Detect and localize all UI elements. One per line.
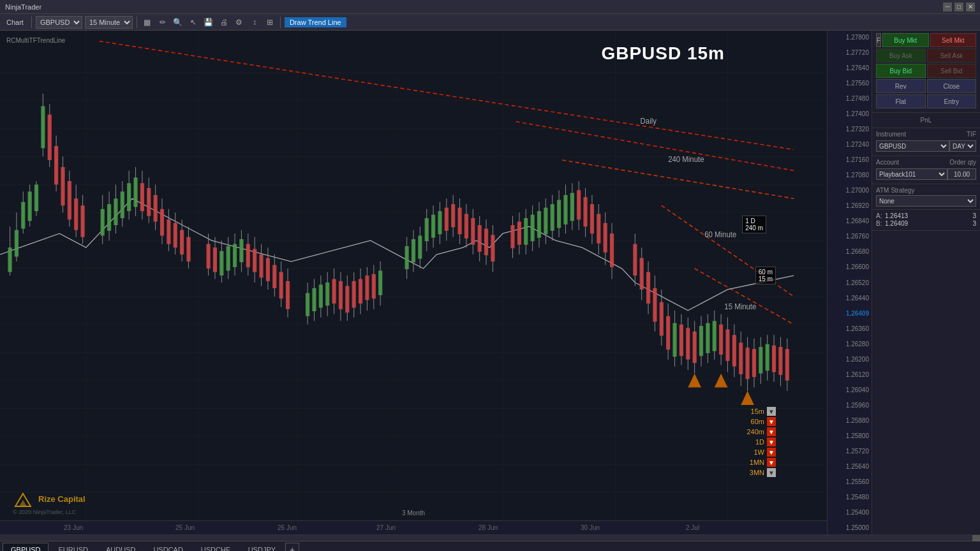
rev-button[interactable]: Rev	[876, 79, 926, 93]
f-button[interactable]: F	[876, 33, 881, 47]
ab-section: A: 1.26413 3 B: 1.26409 3	[872, 210, 980, 231]
draw-icon[interactable]: ✏	[156, 16, 169, 29]
svg-marker-242	[741, 391, 754, 405]
tab-gbpusd[interactable]: GBPUSD	[3, 543, 48, 552]
draw-trend-line-button[interactable]: Draw Trend Line	[285, 17, 346, 27]
rize-capital-logo	[13, 489, 33, 509]
candle-info-1: 1 D 240 m	[742, 216, 766, 233]
bar-chart-icon[interactable]: ▦	[141, 16, 154, 29]
svg-rect-175	[557, 200, 561, 228]
flat-button[interactable]: Flat	[876, 94, 926, 108]
svg-rect-65	[133, 177, 137, 207]
close-button[interactable]: Close	[927, 79, 977, 93]
svg-rect-145	[445, 208, 449, 231]
buy-mkt-button[interactable]: Buy Mkt	[882, 33, 928, 47]
tab-audusd[interactable]: AUDUSD	[98, 543, 144, 552]
svg-rect-105	[279, 272, 283, 299]
pnl-section: PnL	[872, 113, 980, 128]
svg-rect-187	[597, 214, 600, 243]
arrow-icon[interactable]: ↕	[248, 16, 261, 29]
b-row: B: 1.26409 3	[876, 220, 976, 227]
three-month-label: 3 Month	[402, 510, 425, 517]
account-dropdown[interactable]: Playback101	[876, 168, 947, 180]
price-1250: 1.25000	[828, 524, 872, 531]
account-section: Account Order qty Playback101	[872, 156, 980, 184]
svg-rect-225	[739, 342, 743, 374]
svg-rect-201	[660, 302, 664, 336]
close-button[interactable]: ✕	[966, 3, 975, 11]
price-12556: 1.25560	[828, 478, 872, 485]
settings-icon[interactable]: ⚙	[233, 16, 246, 29]
svg-rect-43	[48, 115, 52, 160]
buy-bid-button[interactable]: Buy Bid	[876, 64, 926, 78]
svg-rect-39	[34, 184, 38, 211]
price-1278: 1.27800	[828, 34, 872, 41]
chart-menu[interactable]: Chart	[3, 17, 27, 27]
price-12588: 1.25880	[828, 417, 872, 424]
mtf-row-240m: 240m ▼	[741, 427, 776, 436]
svg-rect-177	[563, 195, 567, 224]
price-12684: 1.26840	[828, 217, 872, 224]
b-label: B:	[876, 220, 882, 227]
print-icon[interactable]: 🖨	[218, 16, 230, 29]
add-tab-button[interactable]: +	[285, 543, 299, 552]
svg-text:Daily: Daily	[641, 117, 657, 125]
price-axis: 1.27800 1.27720 1.27640 1.27560 1.27480 …	[827, 31, 872, 534]
price-1258: 1.25800	[828, 432, 872, 439]
price-12604: 1.26040	[828, 386, 872, 393]
sell-bid-button[interactable]: Sell Bid	[927, 64, 977, 78]
flat-entry-row: Flat Entry	[876, 94, 976, 108]
svg-rect-183	[583, 197, 587, 226]
svg-line-25	[516, 122, 794, 171]
grid-icon[interactable]: ⊞	[264, 16, 276, 29]
svg-rect-237	[778, 347, 782, 375]
svg-rect-199	[653, 288, 657, 322]
svg-rect-85	[213, 247, 217, 272]
svg-rect-207	[679, 325, 683, 356]
chart-area[interactable]: RCMultiTFTrendLine GBPUSD 15m	[0, 31, 827, 534]
sell-mkt-button[interactable]: Sell Mkt	[930, 33, 976, 47]
maximize-button[interactable]: □	[954, 3, 963, 11]
mtf-label-1mn: 1MN	[741, 459, 764, 466]
svg-rect-115	[325, 283, 329, 305]
tab-usdchf[interactable]: USDCHF	[193, 543, 239, 552]
mtf-arrow-1mn: ▼	[767, 458, 776, 467]
svg-rect-81	[186, 237, 190, 261]
sep3	[280, 17, 281, 28]
instrument-select[interactable]: GBPUSD	[36, 16, 82, 29]
svg-rect-147	[451, 204, 455, 227]
chart-scrollbar[interactable]	[0, 534, 980, 541]
tif-dropdown[interactable]: DAY	[949, 140, 976, 152]
minimize-button[interactable]: ─	[943, 3, 952, 11]
toolbar: Chart GBPUSD 15 Minute ▦ ✏ 🔍 ↖ 💾 🖨 ⚙ ↕ ⊞…	[0, 14, 980, 31]
save-icon[interactable]: 💾	[202, 16, 215, 29]
buy-ask-button[interactable]: Buy Ask	[876, 48, 926, 62]
svg-rect-181	[577, 190, 581, 219]
svg-rect-67	[140, 183, 144, 211]
svg-rect-35	[21, 202, 25, 229]
sell-ask-button[interactable]: Sell Ask	[927, 48, 977, 62]
svg-rect-63	[127, 183, 131, 211]
svg-rect-171	[544, 208, 547, 235]
chart-svg: Daily 240 Minute 60 Minute 15 Minute	[0, 31, 827, 534]
a-label: A:	[876, 212, 882, 219]
magnify-icon[interactable]: 🔍	[172, 16, 184, 29]
tab-eurusd[interactable]: EURUSD	[50, 543, 96, 552]
entry-button[interactable]: Entry	[927, 94, 977, 108]
scrollbar-thumb[interactable]	[972, 535, 980, 541]
mtf-label-60m: 60m	[741, 418, 764, 425]
mtf-row-1w: 1W ▼	[741, 448, 776, 457]
order-qty-input[interactable]	[947, 168, 976, 180]
svg-text:15 Minute: 15 Minute	[724, 302, 756, 310]
instrument-dropdown[interactable]: GBPUSD	[876, 140, 949, 152]
tab-usdcad[interactable]: USDCAD	[145, 543, 191, 552]
svg-text:240 Minute: 240 Minute	[668, 155, 704, 163]
cursor-icon[interactable]: ↖	[187, 16, 200, 29]
svg-rect-111	[312, 288, 316, 311]
atm-strategy-dropdown[interactable]: None	[876, 195, 976, 207]
tab-usdjpy[interactable]: USDJPY	[240, 543, 284, 552]
price-1274: 1.27400	[828, 110, 872, 117]
svg-rect-163	[517, 222, 521, 245]
timeframe-select[interactable]: 15 Minute	[85, 16, 133, 29]
price-current: 1.26409	[828, 310, 872, 317]
